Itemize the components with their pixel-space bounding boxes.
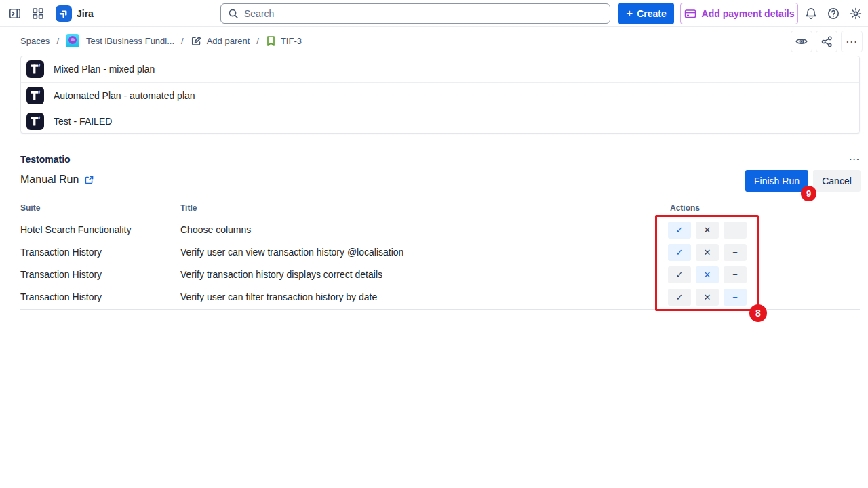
create-button[interactable]: + Create: [618, 3, 674, 24]
testomatio-logo-icon: [26, 60, 44, 78]
global-search[interactable]: [220, 3, 610, 24]
section-more-button[interactable]: ⋯: [846, 152, 863, 165]
title-cell: Verify user can filter transaction histo…: [180, 286, 377, 308]
sidebar-toggle-button[interactable]: [7, 6, 23, 21]
title-cell: Choose columns: [180, 219, 251, 241]
finish-run-button[interactable]: Finish Run: [745, 170, 808, 192]
section-heading: Testomatio: [20, 154, 71, 165]
table-row: Transaction History Verify transaction h…: [0, 264, 868, 286]
bookmark-icon: [266, 35, 276, 47]
fail-button[interactable]: ✕: [696, 222, 719, 239]
pass-button[interactable]: ✓: [668, 244, 691, 261]
share-icon: [821, 35, 833, 48]
notifications-button[interactable]: [804, 6, 818, 21]
run-title: Manual Run: [20, 174, 79, 186]
column-header-suite: Suite: [20, 203, 40, 213]
pass-button[interactable]: ✓: [668, 266, 691, 283]
search-icon: [228, 8, 239, 19]
plus-icon: +: [626, 7, 633, 20]
suite-cell: Transaction History: [20, 286, 102, 308]
run-title-row: Manual Run: [20, 174, 94, 186]
plan-row-automated[interactable]: Automated Plan - automated plan: [21, 82, 859, 108]
row-actions: ✓ ✕ −: [668, 289, 747, 306]
skip-button[interactable]: −: [724, 289, 747, 306]
suite-cell: Transaction History: [20, 241, 102, 264]
breadcrumb: Spaces / Test iBusiness Fundi... / Add p…: [20, 28, 302, 54]
plan-label: Test - FAILED: [54, 116, 112, 127]
skip-button[interactable]: −: [724, 266, 747, 283]
plan-row-test-failed[interactable]: Test - FAILED: [21, 108, 859, 134]
ellipsis-icon: ⋯: [846, 35, 858, 49]
edit-icon: [191, 35, 202, 47]
breadcrumb-spaces[interactable]: Spaces: [20, 36, 50, 46]
plan-label: Automated Plan - automated plan: [54, 90, 195, 101]
title-cell: Verify transaction history displays corr…: [180, 264, 382, 286]
breadcrumb-separator: /: [256, 36, 259, 46]
skip-button[interactable]: −: [724, 244, 747, 261]
column-header-title: Title: [180, 203, 197, 213]
pass-button[interactable]: ✓: [668, 289, 691, 306]
space-avatar-icon[interactable]: [66, 34, 79, 47]
testomatio-logo-icon: [26, 87, 44, 104]
row-actions: ✓ ✕ −: [668, 266, 747, 283]
fail-button[interactable]: ✕: [696, 244, 719, 261]
question-icon: [827, 7, 840, 20]
cancel-button[interactable]: Cancel: [813, 170, 861, 192]
app-grid-icon: [31, 7, 45, 20]
help-button[interactable]: [826, 6, 841, 21]
plan-label: Mixed Plan - mixed plan: [54, 64, 155, 75]
row-actions: ✓ ✕ −: [668, 222, 747, 239]
external-link-icon[interactable]: [84, 175, 94, 185]
add-payment-details-button[interactable]: Add payment details: [680, 3, 798, 24]
gear-icon: [849, 7, 863, 20]
suite-cell: Transaction History: [20, 264, 102, 286]
top-navigation-bar: Jira + Create Add payment details: [0, 0, 868, 27]
fail-button[interactable]: ✕: [696, 289, 719, 306]
jira-logo-icon[interactable]: [56, 5, 72, 22]
test-plan-list: Mixed Plan - mixed plan Automated Plan -…: [20, 56, 860, 134]
search-input[interactable]: [244, 8, 603, 19]
watch-button[interactable]: [791, 30, 812, 52]
breadcrumb-separator: /: [181, 36, 184, 46]
share-button[interactable]: [816, 30, 837, 52]
ellipsis-icon: ⋯: [849, 152, 861, 165]
table-header-divider: [20, 216, 860, 216]
app-title: Jira: [77, 8, 94, 19]
sidebar-expand-icon: [8, 7, 22, 20]
breadcrumb-space-name[interactable]: Test iBusiness Fundi...: [86, 36, 174, 46]
column-header-actions: Actions: [670, 203, 700, 213]
table-row: Transaction History Verify user can filt…: [0, 286, 868, 308]
breadcrumb-separator: /: [56, 36, 59, 46]
breadcrumb-page[interactable]: TIF-3: [266, 35, 302, 47]
add-parent-link[interactable]: Add parent: [191, 35, 250, 47]
bell-icon: [804, 7, 818, 20]
plan-row-mixed[interactable]: Mixed Plan - mixed plan: [21, 56, 859, 82]
testomatio-logo-icon: [26, 113, 44, 130]
table-bottom-divider: [20, 309, 860, 310]
table-row: Hotel Search Functionality Choose column…: [0, 219, 868, 241]
row-actions: ✓ ✕ −: [668, 244, 747, 261]
jira-page: Jira + Create Add payment details Spaces…: [0, 0, 868, 488]
credit-card-icon: [684, 8, 696, 19]
eye-icon: [795, 35, 808, 48]
settings-button[interactable]: [848, 6, 863, 21]
more-actions-button[interactable]: ⋯: [841, 30, 863, 52]
fail-button[interactable]: ✕: [696, 266, 719, 283]
suite-cell: Hotel Search Functionality: [20, 219, 131, 241]
skip-button[interactable]: −: [724, 222, 747, 239]
pass-button[interactable]: ✓: [668, 222, 691, 239]
table-row: Transaction History Verify user can view…: [0, 241, 868, 264]
title-cell: Verify user can view transaction history…: [180, 241, 403, 264]
app-switcher-button[interactable]: [30, 6, 46, 21]
breadcrumb-bar: Spaces / Test iBusiness Fundi... / Add p…: [0, 28, 868, 54]
